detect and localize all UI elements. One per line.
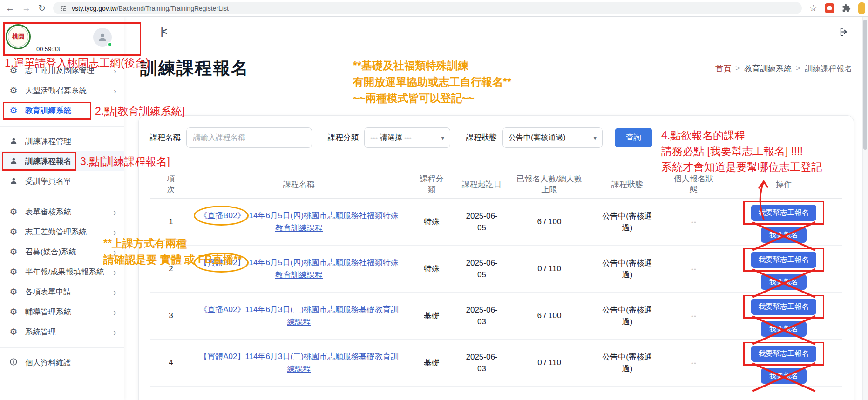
info-icon xyxy=(8,358,19,367)
sidebar-item[interactable]: ⚙志工運用及團隊管理› xyxy=(0,60,124,80)
chevron-right-icon: › xyxy=(113,227,116,237)
sidebar-item-label: 系統管理 xyxy=(25,327,56,337)
gear-icon: ⚙ xyxy=(8,106,19,115)
table-header-row: 項次課程名稱課程分類課程起訖日已報名人數/總人數上限課程狀態個人報名狀態操作 xyxy=(150,171,842,199)
sidebar-item[interactable]: ⚙教育訓練系統 xyxy=(0,100,124,120)
course-category: 特殊 xyxy=(424,216,440,228)
actions-cell: 我要幫志工報名我要報名 xyxy=(743,201,825,243)
row-index: 1 xyxy=(169,216,173,228)
personal-status: -- xyxy=(691,357,696,369)
annotation-box-primary-button: 我要幫志工報名 xyxy=(743,248,825,272)
sidebar-item[interactable]: ⚙志工差勤管理系統› xyxy=(0,222,124,242)
personal-status: -- xyxy=(691,216,696,228)
sidebar-collapse-icon[interactable]: |< xyxy=(161,26,166,37)
site-settings-icon[interactable] xyxy=(60,5,67,12)
course-table: 項次課程名稱課程分類課程起訖日已報名人數/總人數上限課程狀態個人報名狀態操作 1… xyxy=(150,171,842,387)
address-bar[interactable]: vsty.tycg.gov.tw/Backend/Training/Traini… xyxy=(53,2,802,14)
browser-reload-icon[interactable]: ↻ xyxy=(38,4,46,13)
browser-profile-badge[interactable] xyxy=(858,2,865,14)
chevron-down-icon: ▾ xyxy=(441,134,444,141)
main-content: |< 訓練課程報名 首頁>教育訓練系統>訓練課程報名 課程名稱 課程分類 ---… xyxy=(124,17,868,400)
chevron-down-icon: ▾ xyxy=(593,134,597,141)
page-title: 訓練課程報名 xyxy=(140,57,249,80)
logout-icon[interactable] xyxy=(839,27,849,37)
course-link[interactable]: 《直播A02》114年6月3日(二)桃園市志願服務基礎教育訓練課程 xyxy=(199,305,399,327)
sidebar: 桃園 00:59:33 ⚙志工運用及團隊管理›⚙大型活動召募系統›⚙教育訓練系統… xyxy=(0,17,124,400)
column-header: 已報名人數/總人數上限 xyxy=(514,172,585,197)
sidebar-item[interactable]: 個人資料維護 xyxy=(0,353,124,373)
chevron-right-icon: › xyxy=(113,207,116,217)
sidebar-item[interactable]: 訓練課程管理 xyxy=(0,131,124,151)
register-for-volunteer-button[interactable]: 我要幫志工報名 xyxy=(751,299,817,315)
course-status: 公告中(審核通過) xyxy=(597,257,657,281)
sidebar-item-label: 半年報/成果報填報系統 xyxy=(25,267,104,277)
annotation-box-primary-button: 我要幫志工報名 xyxy=(743,342,825,366)
page-scrollbar[interactable] xyxy=(862,17,868,400)
sidebar-item[interactable]: ⚙系統管理› xyxy=(0,322,124,342)
gear-icon: ⚙ xyxy=(8,307,19,316)
course-code: 【實體A02】 xyxy=(199,352,245,361)
breadcrumb-separator: > xyxy=(735,64,740,73)
course-link[interactable]: 【實體B02】114年6月5日(四)桃園市志願服務社福類特殊教育訓練課程 xyxy=(199,258,399,280)
sidebar-item[interactable]: ⚙各項表單申請› xyxy=(0,282,124,302)
sidebar-item[interactable]: 受訓學員名單 xyxy=(0,171,124,191)
course-link[interactable]: 《直播B02》114年6月5日(四)桃園市志願服務社福類特殊教育訓練課程 xyxy=(199,211,399,233)
filter-bar: 課程名稱 課程分類 --- 請選擇 --- ▾ 課程狀態 公告中(審核通過) ▾… xyxy=(150,127,842,148)
sidebar-header: 桃園 00:59:33 xyxy=(0,17,124,60)
browser-forward-icon[interactable]: → xyxy=(22,4,31,13)
sidebar-item-label: 教育訓練系統 xyxy=(25,106,71,116)
chevron-right-icon: › xyxy=(113,267,116,277)
register-for-volunteer-button[interactable]: 我要幫志工報名 xyxy=(751,205,817,221)
sidebar-nav: ⚙志工運用及團隊管理›⚙大型活動召募系統›⚙教育訓練系統訓練課程管理訓練課程報名… xyxy=(0,60,124,373)
sidebar-item[interactable]: ⚙召募(媒合)系統› xyxy=(0,242,124,262)
status-select[interactable]: 公告中(審核通過) ▾ xyxy=(502,127,603,148)
actions-cell: 我要幫志工報名我要報名 xyxy=(743,342,825,384)
column-header: 課程分類 xyxy=(419,172,445,197)
sidebar-item[interactable]: 訓練課程報名 xyxy=(0,151,124,171)
breadcrumb-item[interactable]: 首頁 xyxy=(715,63,731,74)
course-dates: 2025-06-03 xyxy=(464,351,500,375)
status-select-value: 公告中(審核通過) xyxy=(509,133,566,143)
course-link[interactable]: 【實體A02】114年6月3日(二)桃園市志願服務基礎教育訓練課程 xyxy=(199,352,399,373)
register-self-button[interactable]: 我要報名 xyxy=(761,368,807,384)
extensions-puzzle-icon[interactable] xyxy=(842,4,851,13)
course-category: 特殊 xyxy=(424,263,440,275)
sidebar-item[interactable]: ⚙大型活動召募系統› xyxy=(0,80,124,100)
breadcrumb-item[interactable]: 教育訓練系統 xyxy=(744,63,792,74)
sidebar-item-label: 訓練課程管理 xyxy=(25,136,71,147)
breadcrumb-separator: > xyxy=(796,64,800,73)
course-code: 《直播A02》 xyxy=(199,305,245,314)
annotation-crossed-out: 我要報名 xyxy=(761,227,807,243)
extension-icon-red[interactable] xyxy=(825,3,834,13)
register-self-button[interactable]: 我要報名 xyxy=(761,227,807,243)
sidebar-item-label: 召募(媒合)系統 xyxy=(25,247,76,257)
person-icon xyxy=(8,157,19,166)
org-logo-text: 桃園 xyxy=(12,33,24,41)
personal-status: -- xyxy=(691,310,696,322)
bookmark-star-icon[interactable]: ☆ xyxy=(809,3,817,13)
register-self-button[interactable]: 我要報名 xyxy=(761,321,807,337)
sidebar-item[interactable]: ⚙表單審核系統› xyxy=(0,202,124,222)
url-path: /Backend/Training/TrainingRegisterList xyxy=(117,5,229,12)
sidebar-item-label: 訓練課程報名 xyxy=(25,156,71,167)
breadcrumb-item: 訓練課程報名 xyxy=(805,63,852,74)
course-code-circled: 《直播B02》 xyxy=(199,209,245,222)
annotation-crossed-out: 我要報名 xyxy=(761,368,807,384)
course-capacity: 0 / 110 xyxy=(537,263,561,275)
register-self-button[interactable]: 我要報名 xyxy=(761,274,807,290)
user-avatar[interactable] xyxy=(93,28,112,47)
sidebar-group: ⚙志工運用及團隊管理›⚙大型活動召募系統›⚙教育訓練系統 xyxy=(0,60,124,120)
sidebar-item[interactable]: ⚙輔導管理系統› xyxy=(0,302,124,322)
register-for-volunteer-button[interactable]: 我要幫志工報名 xyxy=(751,252,817,268)
search-button[interactable]: 查詢 xyxy=(615,128,652,147)
course-name-input[interactable] xyxy=(186,127,312,148)
sidebar-item-label: 大型活動召募系統 xyxy=(25,86,87,96)
sidebar-item[interactable]: ⚙半年報/成果報填報系統› xyxy=(0,262,124,282)
category-select[interactable]: --- 請選擇 --- ▾ xyxy=(364,127,450,148)
register-for-volunteer-button[interactable]: 我要幫志工報名 xyxy=(751,346,817,362)
scrollbar-thumb[interactable] xyxy=(863,20,867,150)
category-filter-label: 課程分類 xyxy=(328,133,359,143)
browser-back-icon[interactable]: ← xyxy=(6,4,14,13)
sidebar-item-label: 輔導管理系統 xyxy=(25,307,71,317)
breadcrumb: 首頁>教育訓練系統>訓練課程報名 xyxy=(715,63,852,74)
